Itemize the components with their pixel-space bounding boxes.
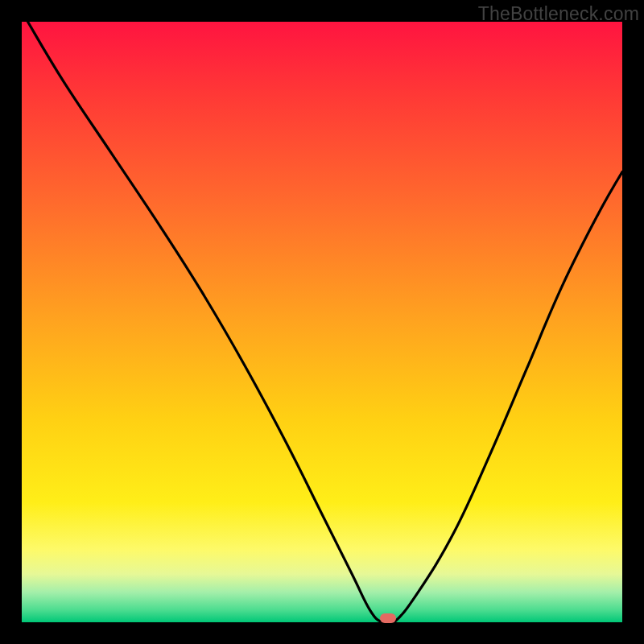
bottleneck-curve	[22, 22, 622, 622]
optimum-marker	[380, 613, 396, 623]
plot-area	[22, 22, 622, 622]
chart-frame: TheBottleneck.com	[0, 0, 644, 644]
